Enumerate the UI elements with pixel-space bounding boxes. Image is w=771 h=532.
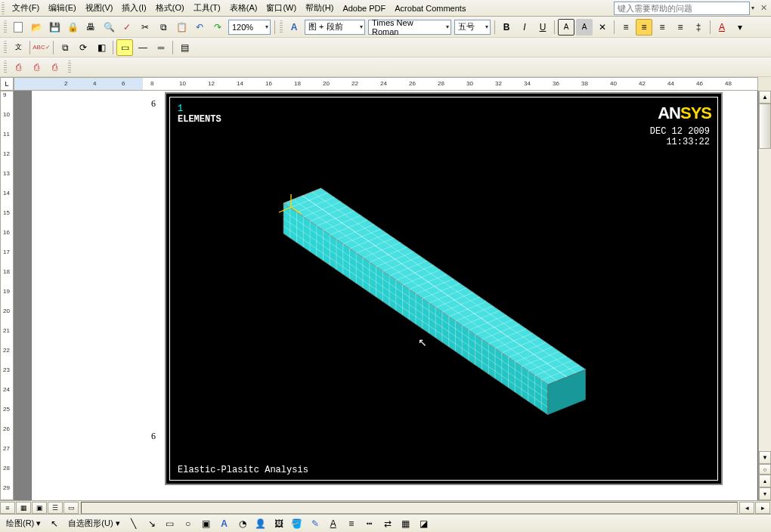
align-justify-button[interactable]: ≡ (672, 19, 689, 36)
menu-view[interactable]: 视图(V) (81, 1, 118, 15)
help-search-input[interactable] (614, 2, 750, 15)
toolbar-grip[interactable] (4, 41, 7, 54)
toolbar-grip[interactable] (2, 2, 5, 14)
undo-button[interactable]: ↶ (191, 19, 208, 36)
save-button[interactable]: 💾 (46, 19, 63, 36)
next-page-button[interactable]: ▾ (759, 487, 771, 500)
cut-button[interactable]: ✂ (137, 19, 153, 36)
scroll-thumb[interactable] (759, 104, 771, 149)
open-button[interactable]: 📂 (28, 19, 45, 36)
ruby-button[interactable]: 文 (10, 39, 26, 56)
convert-to-pdf-button[interactable]: ⎙ (10, 59, 26, 76)
more-button[interactable]: ▾ (732, 19, 748, 36)
toolbar-grip[interactable] (4, 20, 7, 34)
track-changes-button[interactable]: ⟳ (75, 39, 91, 56)
draw-menu[interactable]: 绘图(R) ▾ (2, 516, 45, 530)
wordart-button[interactable]: A (216, 515, 233, 532)
line-style-button[interactable]: ≡ (343, 515, 360, 532)
web-view-button[interactable]: ▦ (16, 502, 31, 514)
redo-button[interactable]: ↷ (209, 19, 226, 36)
line-color-button[interactable]: ✎ (307, 515, 324, 532)
menu-help[interactable]: 帮助(H) (301, 1, 338, 15)
menu-tools[interactable]: 工具(T) (189, 1, 225, 15)
rectangle-button[interactable]: ▭ (162, 515, 178, 532)
style-a-button[interactable]: A (286, 19, 302, 36)
spellcheck-button[interactable]: ✓ (119, 19, 135, 36)
arrow-button[interactable]: ↘ (144, 515, 160, 532)
print-button[interactable]: 🖶 (82, 19, 99, 36)
prev-page-button[interactable]: ▴ (759, 475, 771, 487)
char-shading-button[interactable]: A (576, 19, 593, 36)
horizontal-ruler[interactable]: 2 4 6 8 10 12 14 16 18 20 22 24 26 28 30… (14, 77, 758, 91)
columns-button[interactable]: ▤ (176, 39, 193, 56)
toolbar-grip[interactable] (280, 20, 283, 34)
fontsize-combo[interactable]: 五号 (454, 20, 491, 35)
document-map-button[interactable]: ◧ (93, 39, 110, 56)
reading-view-button[interactable]: ▭ (63, 502, 79, 514)
textbox-button[interactable]: ▣ (198, 515, 215, 532)
scroll-up-button[interactable]: ▲ (759, 91, 771, 104)
close-doc-icon[interactable]: ✕ (757, 2, 769, 14)
outline-view-button[interactable]: ☰ (48, 502, 63, 514)
highlight-button[interactable]: ▭ (116, 39, 133, 56)
hscroll-left-button[interactable]: ◂ (739, 502, 754, 514)
hscroll-right-button[interactable]: ▸ (755, 502, 770, 514)
copy-button[interactable]: ⧉ (155, 19, 172, 36)
menu-format[interactable]: 格式(O) (151, 1, 189, 15)
hr-thin-button[interactable]: — (135, 39, 151, 56)
zoom-combo[interactable]: 120% (228, 20, 271, 35)
line-spacing-button[interactable]: ‡ (690, 19, 707, 36)
fill-color-button[interactable]: 🪣 (289, 515, 305, 532)
align-left-button[interactable]: ≡ (618, 19, 634, 36)
char-fx-button[interactable]: ✕ (594, 19, 611, 36)
word-count-button[interactable]: ⧉ (57, 39, 73, 56)
new-button[interactable] (10, 19, 26, 36)
line-button[interactable]: ╲ (125, 515, 142, 532)
select-objects-button[interactable]: ↖ (46, 515, 63, 532)
print-preview-button[interactable]: 🔍 (101, 19, 117, 36)
align-right-button[interactable]: ≡ (654, 19, 670, 36)
menu-table[interactable]: 表格(A) (225, 1, 262, 15)
align-center-button[interactable]: ≡ (636, 19, 652, 36)
pdf-review-button[interactable]: ⎙ (46, 59, 63, 76)
clipart-button[interactable]: 👤 (252, 515, 269, 532)
diagram-button[interactable]: ◔ (234, 515, 251, 532)
bold-button[interactable]: B (498, 19, 515, 36)
print-view-button[interactable]: ▣ (32, 502, 47, 514)
font-combo[interactable]: Times New Roman (368, 20, 451, 35)
horizontal-scrollbar[interactable] (81, 502, 738, 514)
picture-button[interactable]: 🖼 (271, 515, 287, 532)
font-color-button[interactable]: A (714, 19, 730, 36)
autoshapes-menu[interactable]: 自选图形(U) ▾ (63, 516, 124, 530)
3d-button[interactable]: ◪ (416, 515, 432, 532)
shadow-button[interactable]: ▦ (398, 515, 414, 532)
browse-object-button[interactable]: ○ (759, 464, 771, 475)
underline-button[interactable]: U (534, 19, 551, 36)
scroll-down-button[interactable]: ▼ (759, 451, 771, 464)
paste-button[interactable]: 📋 (173, 19, 190, 36)
toolbar-grip[interactable] (4, 60, 7, 74)
menu-window[interactable]: 窗口(W) (262, 1, 301, 15)
menu-file[interactable]: 文件(F) (8, 1, 44, 15)
style-combo[interactable]: 图 + 段前 (305, 20, 365, 35)
vertical-ruler[interactable]: /*ticks rendered below*/ 910111213141516… (0, 91, 14, 500)
menu-adobe-pdf[interactable]: Adobe PDF (338, 2, 390, 14)
vertical-scrollbar[interactable]: ▲ ▼ ○ ▴ ▾ (758, 91, 771, 500)
menu-acrobat-comments[interactable]: Acrobat Comments (390, 2, 470, 14)
permissions-button[interactable]: 🔒 (64, 19, 81, 36)
oval-button[interactable]: ○ (180, 515, 197, 532)
dash-style-button[interactable]: ┅ (361, 515, 378, 532)
menu-edit[interactable]: 编辑(E) (44, 1, 81, 15)
char-border-button[interactable]: A (558, 19, 574, 36)
convert-to-pdf-email-button[interactable]: ⎙ (28, 59, 45, 76)
spellcheck-abc-button[interactable]: ABC✓ (33, 39, 50, 56)
hr-thick-button[interactable]: ═ (153, 39, 169, 56)
tab-selector[interactable]: L (0, 77, 14, 91)
scroll-track[interactable] (759, 104, 771, 451)
menu-insert[interactable]: 插入(I) (117, 1, 150, 15)
page-area[interactable]: 6 问题描述 6 1 ELEMENTS ANSYS DEC 12 2009 11… (14, 91, 758, 500)
italic-button[interactable]: I (516, 19, 533, 36)
normal-view-button[interactable]: ≡ (0, 502, 15, 514)
toolbar-grip[interactable] (68, 60, 71, 74)
font-color-button[interactable]: A (325, 515, 342, 532)
